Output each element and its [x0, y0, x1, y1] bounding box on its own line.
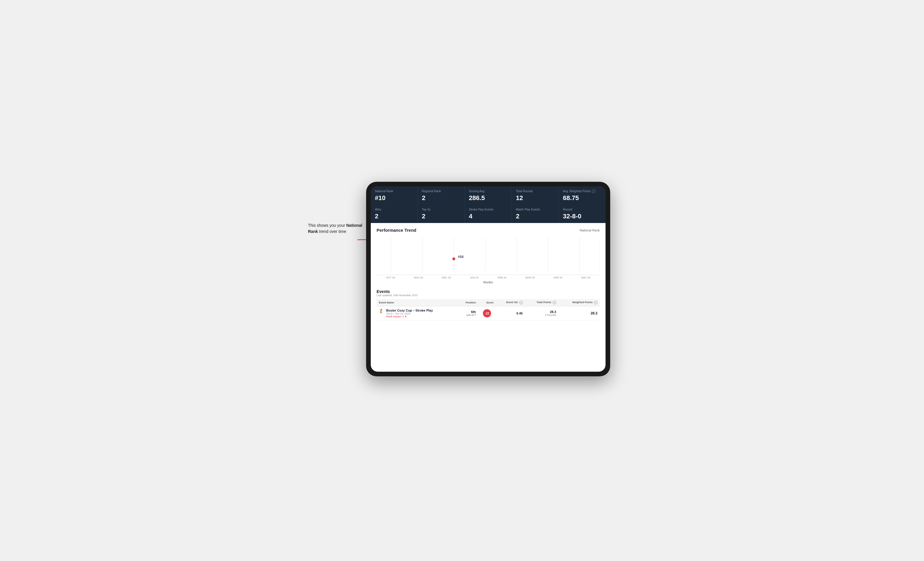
weighted-points-cell: 28.3 — [558, 306, 600, 320]
events-section: Events Last updated: 24th November 2023 … — [371, 286, 606, 372]
stat-match-play: Match Play Events 2 — [512, 205, 558, 223]
perf-rank-label: National Rank — [580, 229, 600, 232]
annotation-text: This shows you your National Rank trend … — [308, 223, 366, 235]
stat-national-rank-value: #10 — [375, 194, 414, 202]
table-row: 🏌 Buster Cozy Cup – Stroke Play Oct 9 – … — [376, 306, 600, 320]
stat-record-label: Record — [563, 208, 602, 211]
stat-avg-weighted-label: Avg. Weighted Points i — [563, 189, 602, 193]
col-weighted-points: Weighted Points i — [558, 299, 600, 306]
stat-record: Record 32-8-0 — [559, 205, 606, 223]
stat-wins: Wins 2 — [371, 205, 417, 223]
event-sg-info-icon: i — [519, 301, 523, 304]
screen: National Rank #10 Regional Rank 2 Scorin… — [371, 186, 606, 372]
annotation-suffix: trend over time — [318, 229, 346, 234]
event-icon: 🏌 — [379, 309, 384, 313]
tablet-device: National Rank #10 Regional Rank 2 Scorin… — [366, 182, 610, 376]
annotation-prefix: This shows you your — [308, 223, 346, 227]
stat-stroke-play: Stroke Play Events 4 — [465, 205, 512, 223]
chart-months: OCT 23 NOV 23 DEC 23 JAN 24 FEB 24 MAR 2… — [376, 275, 600, 280]
col-score: Score — [478, 299, 496, 306]
position-cell: 6th out of 7 — [458, 306, 478, 320]
col-event-name: Event Name — [376, 299, 458, 306]
chart-x-title: Months — [376, 281, 600, 284]
avg-weighted-info-icon: i — [592, 190, 596, 193]
position-sub: out of 7 — [460, 314, 476, 317]
month-mar24: MAR 24 — [516, 276, 544, 279]
scene: This shows you your National Rank trend … — [308, 176, 616, 385]
month-dec23: DEC 23 — [432, 276, 460, 279]
stat-stroke-play-label: Stroke Play Events — [469, 208, 508, 211]
stat-scoring-avg: Scoring Avg. 286.5 — [465, 186, 512, 205]
stat-avg-weighted-value: 68.75 — [563, 194, 602, 202]
chart-container: #10 OCT 23 NOV 23 DEC 23 JAN 24 FEB 24 M… — [371, 237, 606, 286]
stat-record-value: 32-8-0 — [563, 212, 602, 220]
event-info-cell: 🏌 Buster Cozy Cup – Stroke Play Oct 9 – … — [376, 306, 458, 320]
stat-total-rounds: Total Rounds 12 — [512, 186, 558, 205]
events-table: Event Name Position Score Event SG i Tot… — [376, 299, 600, 320]
chart-svg: #10 — [376, 237, 600, 275]
weighted-points-info-icon: i — [594, 301, 597, 304]
score-badge: -22 — [483, 309, 491, 317]
month-feb24: FEB 24 — [488, 276, 516, 279]
perf-header: Performance Trend National Rank — [376, 227, 600, 233]
event-name: Buster Cozy Cup – Stroke Play — [386, 309, 433, 312]
month-may24: MAY 24 — [572, 276, 600, 279]
stat-regional-rank-label: Regional Rank — [422, 189, 460, 193]
total-points-sub: 3 Rounds — [527, 314, 556, 317]
stat-national-rank: National Rank #10 — [371, 186, 417, 205]
stat-wins-label: Wins — [375, 208, 414, 211]
month-oct23: OCT 23 — [376, 276, 405, 279]
stat-avg-weighted: Avg. Weighted Points i 68.75 — [559, 186, 606, 205]
stat-scoring-avg-value: 286.5 — [469, 194, 508, 202]
chart-area: #10 — [376, 237, 600, 275]
total-points-info-icon: i — [553, 301, 556, 304]
score-cell: -22 — [478, 306, 496, 320]
stat-regional-rank: Regional Rank 2 — [418, 186, 465, 205]
events-last-updated: Last updated: 24th November 2023 — [376, 294, 600, 297]
performance-trend-section: Performance Trend National Rank — [371, 223, 606, 237]
month-apr24: APR 24 — [544, 276, 572, 279]
svg-point-9 — [452, 257, 455, 260]
col-event-sg: Event SG i — [496, 299, 525, 306]
month-jan24: JAN 24 — [460, 276, 488, 279]
col-total-points: Total Points i — [525, 299, 558, 306]
event-date: Oct 9 – Oct 10, 2023 — [386, 312, 433, 315]
stat-stroke-play-value: 4 — [469, 212, 508, 220]
stat-national-rank-label: National Rank — [375, 189, 414, 193]
perf-title: Performance Trend — [376, 227, 416, 233]
stat-top3s-value: 2 — [422, 212, 460, 220]
rank-impact: Rank Impact: 3 ▼ — [386, 315, 433, 318]
total-points-value: 28.3 — [527, 310, 556, 314]
month-nov23: NOV 23 — [405, 276, 432, 279]
stat-top3s: Top 3s 2 — [418, 205, 465, 223]
stats-row-1: National Rank #10 Regional Rank 2 Scorin… — [371, 186, 606, 205]
svg-text:#10: #10 — [458, 255, 464, 259]
position-value: 6th — [460, 310, 476, 314]
total-points-cell: 28.3 3 Rounds — [525, 306, 558, 320]
stat-scoring-avg-label: Scoring Avg. — [469, 189, 508, 193]
stat-match-play-label: Match Play Events — [516, 208, 554, 211]
col-position: Position — [458, 299, 478, 306]
stat-wins-value: 2 — [375, 212, 414, 220]
stat-top3s-label: Top 3s — [422, 208, 460, 211]
stat-match-play-value: 2 — [516, 212, 554, 220]
stat-total-rounds-label: Total Rounds — [516, 189, 554, 193]
stat-regional-rank-value: 2 — [422, 194, 460, 202]
stat-total-rounds-value: 12 — [516, 194, 554, 202]
stats-row-2: Wins 2 Top 3s 2 Stroke Play Events 4 Mat… — [371, 205, 606, 223]
event-sg-cell: 0.45 — [496, 306, 525, 320]
events-title: Events — [376, 289, 600, 294]
